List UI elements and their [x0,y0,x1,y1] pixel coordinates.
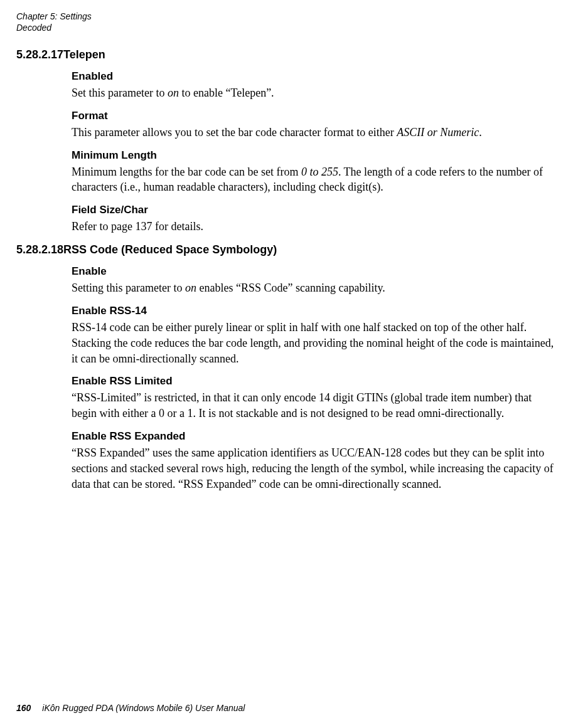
subheading: Enable RSS Limited [72,375,555,388]
section-heading: 5.28.2.17Telepen [16,48,562,61]
section-title: RSS Code (Reduced Space Symbology) [63,243,277,256]
page-number: 160 [16,703,31,713]
section-number: 5.28.2.17 [16,48,63,61]
running-head: Chapter 5: Settings Decoded [16,11,562,33]
paragraph: “RSS Expanded” uses the same application… [72,445,555,492]
paragraph: Refer to page 137 for details. [72,219,555,235]
subheading: Field Size/Char [72,204,555,216]
page: Chapter 5: Settings Decoded 5.28.2.17Tel… [0,0,578,728]
subheading: Enable [72,265,555,278]
section-title: Telepen [63,48,105,61]
subheading: Minimum Length [72,149,555,162]
section-heading: 5.28.2.18RSS Code (Reduced Space Symbolo… [16,243,562,256]
paragraph: Setting this parameter to on enables “RS… [72,280,555,296]
subheading: Enable RSS Expanded [72,430,555,443]
section-number: 5.28.2.18 [16,243,63,256]
book-title: iKôn Rugged PDA (Windows Mobile 6) User … [42,703,245,713]
paragraph: Minimum lengths for the bar code can be … [72,164,555,196]
subheading: Format [72,110,555,122]
paragraph: This parameter allows you to set the bar… [72,125,555,140]
section-body: Enable Setting this parameter to on enab… [72,265,555,492]
running-head-line2: Decoded [16,23,562,34]
paragraph: RSS-14 code can be either purely linear … [72,320,555,366]
subheading: Enable RSS-14 [72,305,555,317]
running-head-line1: Chapter 5: Settings [16,11,562,23]
section-body: Enabled Set this parameter to on to enab… [72,70,555,235]
footer: 160iKôn Rugged PDA (Windows Mobile 6) Us… [16,703,245,713]
paragraph: Set this parameter to on to enable “Tele… [72,85,555,101]
paragraph: “RSS-Limited” is restricted, in that it … [72,390,555,421]
subheading: Enabled [72,70,555,83]
